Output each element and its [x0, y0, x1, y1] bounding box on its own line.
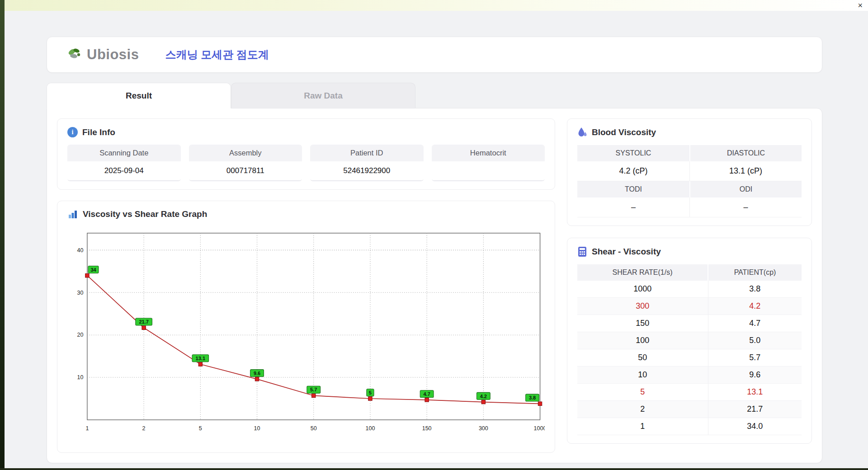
svg-text:5: 5: [369, 390, 372, 395]
svg-text:3.8: 3.8: [529, 395, 536, 400]
svg-text:300: 300: [479, 425, 488, 432]
graph-title: Viscosity vs Shear Rate Graph: [83, 209, 207, 219]
cell-shear-rate: 50: [577, 349, 708, 367]
app-logo: Ubiosis: [66, 46, 139, 64]
bv-metric-label: ODI: [689, 181, 802, 197]
shear-viscosity-card: Shear - Viscosity SHEAR RATE(1/s) PATIEN…: [567, 238, 812, 444]
blood-viscosity-header: Blood Viscosity: [577, 127, 802, 138]
file-info-card: i File Info Scanning Date2025-09-04Assem…: [57, 118, 555, 190]
bar-chart-icon: [67, 209, 78, 219]
cell-shear-rate: 1: [577, 418, 708, 435]
calculator-icon: [577, 246, 587, 257]
bv-metric-label: SYSTOLIC: [577, 145, 689, 161]
file-info-field: Assembly000717811: [189, 145, 302, 181]
file-info-title: File Info: [82, 127, 115, 137]
shear-viscosity-header: Shear - Viscosity: [577, 246, 802, 257]
content-panel: i File Info Scanning Date2025-09-04Assem…: [47, 108, 822, 463]
file-info-fields: Scanning Date2025-09-04Assembly000717811…: [67, 145, 545, 181]
bv-metric-label: TODI: [577, 181, 689, 197]
svg-text:21.7: 21.7: [139, 319, 148, 324]
droplet-icon: [577, 127, 587, 138]
cell-patient: 9.6: [708, 367, 802, 384]
field-label: Patient ID: [310, 145, 424, 161]
cell-patient: 21.7: [708, 401, 802, 418]
field-value: 52461922900: [310, 161, 424, 180]
field-value: 000717811: [189, 161, 302, 180]
blood-viscosity-grid: SYSTOLICDIASTOLIC4.2 (cP)13.1 (cP)TODIOD…: [577, 145, 802, 217]
file-info-field: Patient ID52461922900: [310, 145, 424, 181]
bv-metric-value: –: [689, 197, 802, 217]
table-row: 1504.7: [577, 315, 802, 332]
cell-shear-rate: 1000: [577, 281, 708, 298]
shear-viscosity-rows: 10003.83004.21504.71005.0505.7109.6513.1…: [577, 281, 802, 435]
svg-text:50: 50: [311, 425, 317, 432]
blood-viscosity-title: Blood Viscosity: [592, 127, 656, 137]
file-info-field: Scanning Date2025-09-04: [67, 145, 181, 181]
viscosity-chart-svg: 10203040125105010015030010003421.713.19.…: [67, 226, 545, 444]
cell-patient: 5.0: [708, 332, 802, 349]
cell-shear-rate: 150: [577, 315, 708, 332]
tab-bar: Result Raw Data: [47, 83, 822, 108]
window-left-strip: [0, 0, 5, 470]
window-close-icon[interactable]: ×: [858, 1, 863, 9]
cell-patient: 13.1: [708, 384, 802, 401]
svg-text:40: 40: [77, 247, 84, 254]
table-row: 109.6: [577, 367, 802, 384]
cell-shear-rate: 2: [577, 401, 708, 418]
table-row: 3004.2: [577, 298, 802, 315]
shear-viscosity-title: Shear - Viscosity: [592, 247, 661, 257]
blood-viscosity-card: Blood Viscosity SYSTOLICDIASTOLIC4.2 (cP…: [567, 118, 812, 226]
svg-text:150: 150: [422, 425, 432, 432]
cell-shear-rate: 100: [577, 332, 708, 349]
field-value: 2025-09-04: [67, 161, 181, 180]
cell-patient: 4.7: [708, 315, 802, 332]
svg-text:10: 10: [77, 374, 84, 381]
svg-text:5: 5: [199, 425, 202, 432]
svg-text:4.2: 4.2: [480, 393, 487, 399]
table-row: 10003.8: [577, 281, 802, 298]
bv-metric-value: –: [577, 197, 689, 217]
tab-raw-data[interactable]: Raw Data: [231, 83, 415, 108]
table-row: 1005.0: [577, 332, 802, 349]
svg-text:5.7: 5.7: [310, 387, 317, 392]
svg-text:4.7: 4.7: [424, 391, 430, 397]
graph-header: Viscosity vs Shear Rate Graph: [67, 209, 545, 219]
table-header: SHEAR RATE(1/s) PATIENT(cp): [577, 264, 802, 281]
shear-viscosity-table: SHEAR RATE(1/s) PATIENT(cp) 10003.83004.…: [577, 264, 802, 435]
svg-text:2: 2: [142, 425, 146, 432]
svg-text:30: 30: [77, 289, 84, 296]
window-top-strip: [0, 0, 868, 11]
field-label: Assembly: [189, 145, 302, 161]
svg-text:10: 10: [254, 425, 260, 432]
graph-card: Viscosity vs Shear Rate Graph 1020304012…: [57, 201, 555, 453]
cell-patient: 3.8: [708, 281, 802, 298]
field-value: [432, 161, 545, 180]
bv-metric-value: 4.2 (cP): [577, 161, 689, 181]
svg-text:34: 34: [90, 267, 96, 273]
svg-text:9.6: 9.6: [254, 371, 260, 376]
column-header-patient: PATIENT(cp): [708, 264, 802, 281]
svg-text:100: 100: [365, 425, 375, 432]
table-row: 134.0: [577, 418, 802, 435]
cell-patient: 34.0: [708, 418, 802, 435]
logo-leaf-icon: [66, 46, 84, 64]
cell-shear-rate: 10: [577, 367, 708, 384]
svg-text:1000: 1000: [534, 425, 545, 432]
file-info-field: Hematocrit: [432, 145, 545, 181]
svg-text:1: 1: [85, 425, 89, 432]
app-header: Ubiosis 스캐닝 모세관 점도계: [47, 37, 822, 73]
table-row: 513.1: [577, 384, 802, 401]
cell-shear-rate: 300: [577, 298, 708, 315]
field-label: Scanning Date: [67, 145, 181, 161]
cell-shear-rate: 5: [577, 384, 708, 401]
cell-patient: 5.7: [708, 349, 802, 367]
svg-text:13.1: 13.1: [196, 356, 205, 361]
info-icon: i: [67, 127, 78, 137]
page-title: 스캐닝 모세관 점도계: [165, 47, 269, 62]
cell-patient: 4.2: [708, 298, 802, 315]
main-page: Ubiosis 스캐닝 모세관 점도계 Result Raw Data i Fi…: [47, 37, 822, 463]
window-bottom-strip: [0, 468, 868, 470]
tab-result[interactable]: Result: [47, 83, 231, 108]
bv-metric-label: DIASTOLIC: [689, 145, 802, 161]
left-column: i File Info Scanning Date2025-09-04Assem…: [57, 118, 555, 453]
